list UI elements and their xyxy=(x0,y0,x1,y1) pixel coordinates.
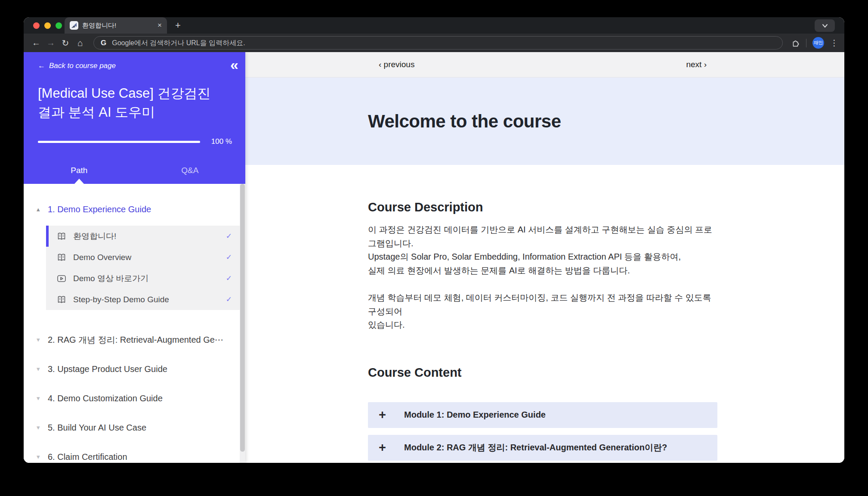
video-icon xyxy=(56,273,67,284)
tab-overflow-button[interactable] xyxy=(815,19,835,32)
home-button[interactable]: ⌂ xyxy=(73,38,87,48)
course-title: [Medical Use Case] 건강검진결과 분석 AI 도우미 xyxy=(38,84,223,122)
course-sidebar: ← Back to course page « [Medical Use Cas… xyxy=(24,52,245,463)
section-label[interactable]: 1. Demo Experience Guide xyxy=(48,205,151,214)
description-line: Upstage의 Solar Pro, Solar Embedding, Inf… xyxy=(368,250,717,264)
toolbar-divider xyxy=(806,39,806,47)
lesson-label[interactable]: Demo Overview xyxy=(73,253,219,262)
section-label[interactable]: 2. RAG 개념 정리: Retrieval-Augmented Ge⋯ xyxy=(48,334,223,346)
module-1-accordion[interactable]: + Module 1: Demo Experience Guide xyxy=(368,402,717,428)
sidebar-scrollbar-thumb[interactable] xyxy=(240,184,245,452)
course-description-heading: Course Description xyxy=(368,200,717,214)
section-label[interactable]: 3. Upstage Product User Guide xyxy=(48,364,167,374)
forward-button[interactable]: → xyxy=(43,38,58,48)
page-content: ← Back to course page « [Medical Use Cas… xyxy=(24,52,844,463)
lesson-label[interactable]: Step-by-Step Demo Guide xyxy=(73,295,219,304)
next-lesson-link[interactable]: next › xyxy=(686,60,707,69)
section-4-demo-customization[interactable]: ▾ 4. Demo Customization Guide xyxy=(24,392,245,405)
tab-qna[interactable]: Q&A xyxy=(135,157,246,184)
browser-menu-button[interactable]: ⋮ xyxy=(830,38,838,48)
section-5-build-use-case[interactable]: ▾ 5. Build Your AI Use Case xyxy=(24,421,245,434)
lesson-welcome[interactable]: 환영합니다! ✓ xyxy=(46,226,240,247)
book-icon xyxy=(56,231,67,242)
course-description-paragraph: 이 과정은 건강검진 데이터를 기반으로 AI 서비스를 설계하고 구현해보는 … xyxy=(368,223,717,277)
lesson-title: Welcome to the course xyxy=(368,111,844,132)
tab-title: 환영합니다! xyxy=(82,22,154,30)
expand-triangle-icon[interactable]: ▾ xyxy=(37,453,43,461)
completed-check-icon: ✓ xyxy=(226,253,232,262)
profile-avatar[interactable]: 재민 xyxy=(812,37,824,49)
section-3-upstage-product[interactable]: ▾ 3. Upstage Product User Guide xyxy=(24,363,245,375)
description-line: 개념 학습부터 데모 체험, 데이터 커스터마이징, 코드 실행까지 전 과정을… xyxy=(368,291,717,318)
progress-bar-fill xyxy=(38,141,200,143)
reload-button[interactable]: ↻ xyxy=(58,38,73,48)
book-icon xyxy=(56,252,67,263)
browser-window: 환영합니다! × + ← → ↻ ⌂ G xyxy=(24,17,844,463)
window-controls xyxy=(33,22,62,29)
browser-toolbar: ← → ↻ ⌂ G 재민 ⋮ xyxy=(24,34,844,52)
new-tab-button[interactable]: + xyxy=(175,20,181,31)
lesson-hero-banner: Welcome to the course xyxy=(245,78,844,165)
module-title: Module 1: Demo Experience Guide xyxy=(404,410,546,420)
expand-triangle-icon[interactable]: ▾ xyxy=(37,394,43,402)
tab-close-icon[interactable]: × xyxy=(158,21,162,30)
section-label[interactable]: 6. Claim Certification xyxy=(48,452,127,462)
toolbar-right-cluster: 재민 ⋮ xyxy=(791,34,838,52)
sidebar-tabs: Path Q&A xyxy=(24,157,245,184)
back-button[interactable]: ← xyxy=(29,38,43,48)
lesson-demo-overview[interactable]: Demo Overview ✓ xyxy=(46,247,240,268)
lesson-step-by-step-guide[interactable]: Step-by-Step Demo Guide ✓ xyxy=(46,289,240,310)
section-6-claim-certification[interactable]: ▾ 6. Claim Certification xyxy=(24,450,245,463)
active-tab-notch xyxy=(74,179,84,184)
section-2-rag[interactable]: ▾ 2. RAG 개념 정리: Retrieval-Augmented Ge⋯ xyxy=(24,333,245,346)
minimize-window-button[interactable] xyxy=(44,22,51,29)
expand-triangle-icon[interactable]: ▾ xyxy=(37,365,43,373)
desktop-background: 환영합니다! × + ← → ↻ ⌂ G xyxy=(0,0,868,496)
browser-tab[interactable]: 환영합니다! × xyxy=(65,17,167,34)
close-window-button[interactable] xyxy=(33,22,40,29)
tab-strip: 환영합니다! × + xyxy=(24,17,844,34)
course-description-paragraph: 개념 학습부터 데모 체험, 데이터 커스터마이징, 코드 실행까지 전 과정을… xyxy=(368,291,717,332)
lesson-demo-video[interactable]: Demo 영상 바로가기 ✓ xyxy=(46,268,240,289)
completed-check-icon: ✓ xyxy=(226,295,232,304)
completed-check-icon: ✓ xyxy=(226,274,232,283)
site-favicon-icon xyxy=(70,21,78,30)
book-icon xyxy=(56,294,67,305)
extensions-puzzle-icon[interactable] xyxy=(791,38,800,48)
chevron-down-icon xyxy=(822,24,828,28)
progress-bar xyxy=(38,141,200,143)
lesson-main-area: ‹ previous next › Welcome to the course … xyxy=(245,52,844,463)
collapse-triangle-icon[interactable]: ▴ xyxy=(37,205,43,213)
course-progress: 100 % xyxy=(38,137,232,146)
course-content-heading: Course Content xyxy=(368,366,717,380)
module-title: Module 2: RAG 개념 정리: Retrieval-Augmented… xyxy=(404,442,667,453)
description-line: 있습니다. xyxy=(368,318,717,332)
zoom-window-button[interactable] xyxy=(56,22,62,29)
section-label[interactable]: 5. Build Your AI Use Case xyxy=(48,423,146,433)
lesson-label[interactable]: 환영합니다! xyxy=(73,231,219,242)
lesson-list: 환영합니다! ✓ Demo Overview ✓ xyxy=(46,226,240,310)
sidebar-header: ← Back to course page « [Medical Use Cas… xyxy=(24,52,245,184)
expand-plus-icon[interactable]: + xyxy=(368,409,404,421)
back-link-label: Back to course page xyxy=(49,62,116,70)
back-arrow-icon: ← xyxy=(38,62,45,70)
previous-lesson-link[interactable]: ‹ previous xyxy=(379,60,414,69)
expand-plus-icon[interactable]: + xyxy=(368,441,404,454)
sidebar-scrollbar[interactable] xyxy=(240,184,245,463)
url-input[interactable] xyxy=(112,39,370,47)
expand-triangle-icon[interactable]: ▾ xyxy=(37,336,43,344)
module-2-accordion[interactable]: + Module 2: RAG 개념 정리: Retrieval-Augment… xyxy=(368,435,717,461)
progress-percent: 100 % xyxy=(211,137,232,146)
google-icon: G xyxy=(101,39,106,47)
sidebar-collapse-button[interactable]: « xyxy=(230,56,238,73)
lesson-body: Course Description 이 과정은 건강검진 데이터를 기반으로 … xyxy=(245,200,717,463)
back-to-course-link[interactable]: ← Back to course page xyxy=(38,62,116,70)
address-bar[interactable]: G xyxy=(93,36,783,50)
expand-triangle-icon[interactable]: ▾ xyxy=(37,424,43,431)
lesson-label[interactable]: Demo 영상 바로가기 xyxy=(73,273,219,284)
description-line: 실제 의료 현장에서 발생하는 문제를 AI로 해결하는 방법을 다룹니다. xyxy=(368,264,717,278)
section-1-demo-experience-guide[interactable]: ▴ 1. Demo Experience Guide xyxy=(24,203,245,216)
description-line: 이 과정은 건강검진 데이터를 기반으로 AI 서비스를 설계하고 구현해보는 … xyxy=(368,223,717,250)
lesson-nav-bar: ‹ previous next › xyxy=(245,52,844,78)
section-label[interactable]: 4. Demo Customization Guide xyxy=(48,394,163,403)
